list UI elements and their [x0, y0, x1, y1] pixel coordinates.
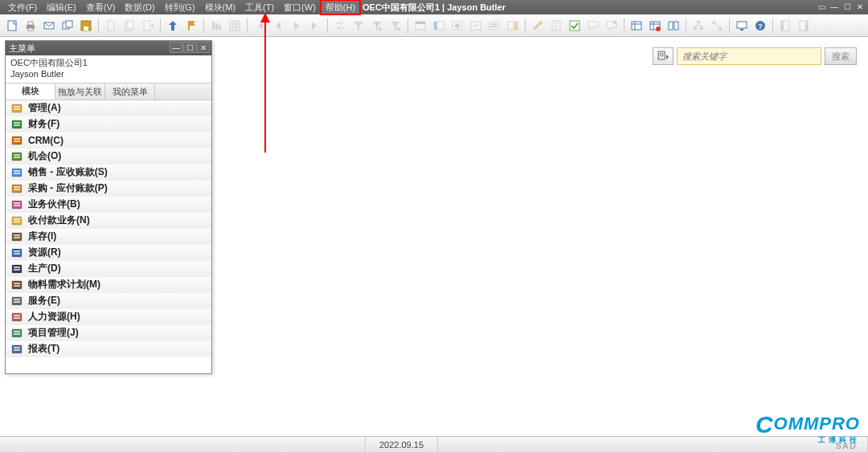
toolbar-separator [621, 17, 627, 35]
menu-file[interactable]: 文件(F) [3, 0, 42, 14]
module-resource[interactable]: 资源(R) [6, 245, 211, 261]
module-sales[interactable]: 销售 - 应收账款(S) [6, 165, 211, 181]
toolbar-table-icon[interactable] [628, 17, 645, 35]
svg-rect-38 [697, 21, 700, 23]
module-payment[interactable]: 收付款业务(N) [6, 213, 211, 229]
svg-point-52 [660, 53, 663, 56]
svg-rect-21 [434, 22, 437, 30]
toolbar-separator [244, 17, 250, 35]
toolbar-print-icon[interactable] [22, 17, 39, 35]
svg-point-23 [455, 23, 460, 28]
svg-rect-94 [14, 317, 20, 319]
toolbar-separator [522, 17, 528, 35]
panel-tabs: 模块 拖放与关联 我的菜单 [6, 83, 211, 100]
svg-rect-14 [212, 22, 215, 30]
menu-view[interactable]: 查看(V) [81, 0, 121, 14]
svg-point-35 [656, 26, 661, 31]
toolbar-chat2-icon [603, 17, 620, 35]
module-admin[interactable]: 管理(A) [6, 100, 211, 116]
module-label: 生产(D) [28, 262, 61, 275]
toolbar-link-window-icon[interactable] [59, 17, 76, 35]
svg-rect-36 [669, 22, 673, 30]
module-label: 报表(T) [28, 342, 59, 356]
tab-dragdrop[interactable]: 拖放与关联 [55, 83, 105, 100]
toolbar-prev-icon [269, 17, 287, 35]
toolbar-form-d-icon [467, 17, 485, 35]
toolbar-form-a-icon [411, 17, 429, 35]
toolbar-blue-up-icon[interactable] [164, 17, 182, 35]
window-close-icon[interactable]: ✕ [854, 1, 866, 12]
module-production[interactable]: 生产(D) [6, 261, 211, 277]
module-mrp[interactable]: 物料需求计划(M) [6, 277, 211, 293]
toolbar-flow-icon [708, 17, 726, 35]
svg-rect-64 [14, 157, 20, 158]
module-hr[interactable]: 人力资源(H) [6, 309, 211, 325]
svg-rect-69 [14, 186, 20, 188]
svg-rect-79 [14, 237, 20, 238]
window-restore-icon[interactable]: ▭ [815, 1, 828, 12]
svg-text:?: ? [758, 22, 763, 31]
menu-window[interactable]: 窗口(W) [279, 0, 321, 14]
svg-rect-97 [14, 333, 20, 335]
toolbar-next-icon [288, 17, 305, 35]
toolbar-green-check-icon[interactable] [566, 17, 583, 35]
menu-goto[interactable]: 转到(G) [160, 0, 200, 14]
toolbar-filter-sort-icon [368, 17, 386, 35]
window-minimize-icon[interactable]: — [828, 1, 841, 12]
svg-rect-96 [14, 331, 20, 332]
module-report[interactable]: 报表(T) [6, 341, 211, 357]
module-purchase[interactable]: 采购 - 应付账款(P) [6, 181, 211, 197]
toolbar-help-blue-icon[interactable]: ? [751, 17, 769, 35]
admin-icon [10, 102, 23, 115]
panel-maximize-icon[interactable]: ☐ [183, 42, 196, 53]
module-inventory[interactable]: 库存(I) [6, 229, 211, 245]
annotation-arrow [264, 14, 266, 153]
toolbar-screen-icon[interactable] [733, 17, 751, 35]
svg-rect-66 [14, 170, 20, 172]
statusbar-date: 2022.09.15 [366, 437, 438, 452]
toolbar-separator [770, 17, 776, 35]
tab-mymenu[interactable]: 我的菜单 [105, 83, 155, 100]
svg-rect-48 [781, 21, 784, 31]
svg-rect-50 [805, 21, 808, 31]
crm-icon [10, 134, 23, 147]
module-label: 服务(E) [28, 294, 60, 307]
toolbar-separator [96, 17, 101, 35]
menu-help[interactable]: 帮助(H) [321, 0, 360, 14]
search-input[interactable] [677, 47, 821, 65]
panel-close-icon[interactable]: ✕ [197, 42, 210, 53]
toolbar-filter-funnel-icon [350, 17, 367, 35]
toolbar-orange-flag-icon[interactable] [182, 17, 200, 35]
module-tree[interactable]: 管理(A)财务(F)CRM(C)机会(O)销售 - 应收账款(S)采购 - 应付… [6, 100, 211, 373]
svg-rect-27 [491, 26, 497, 27]
toolbar-new-doc-icon[interactable] [3, 17, 21, 35]
svg-rect-39 [694, 27, 697, 30]
tab-modules[interactable]: 模块 [6, 83, 55, 100]
toolbar-save-yellow-icon[interactable] [77, 17, 95, 35]
svg-rect-67 [14, 173, 20, 174]
menu-edit[interactable]: 编辑(E) [42, 0, 81, 14]
svg-rect-78 [14, 234, 20, 236]
toolbar-bars-icon [207, 17, 225, 35]
toolbar-mail-icon[interactable] [40, 17, 58, 35]
search-scope-dropdown[interactable] [653, 47, 674, 65]
module-opportunity[interactable]: 机会(O) [6, 149, 211, 165]
module-project[interactable]: 项目管理(J) [6, 325, 211, 341]
module-partner[interactable]: 业务伙伴(B) [6, 197, 211, 213]
menu-data[interactable]: 数据(D) [120, 0, 159, 14]
module-service[interactable]: 服务(E) [6, 293, 211, 309]
window-maximize-icon[interactable]: ☐ [841, 1, 854, 12]
svg-rect-70 [14, 189, 20, 190]
search-button[interactable]: 搜索 [825, 47, 857, 65]
module-finance[interactable]: 财务(F) [6, 116, 211, 132]
panel-user: Jayson Butler [10, 68, 207, 79]
svg-rect-72 [14, 202, 20, 204]
toolbar-table-split-icon[interactable] [665, 17, 682, 35]
toolbar-table-red-icon[interactable] [646, 17, 664, 35]
module-crm[interactable]: CRM(C) [6, 132, 211, 149]
svg-rect-54 [14, 106, 20, 108]
module-label: CRM(C) [28, 135, 63, 146]
menu-modules[interactable]: 模块(M) [200, 0, 241, 14]
panel-minimize-icon[interactable]: — [170, 42, 182, 53]
module-label: 物料需求计划(M) [28, 278, 100, 291]
